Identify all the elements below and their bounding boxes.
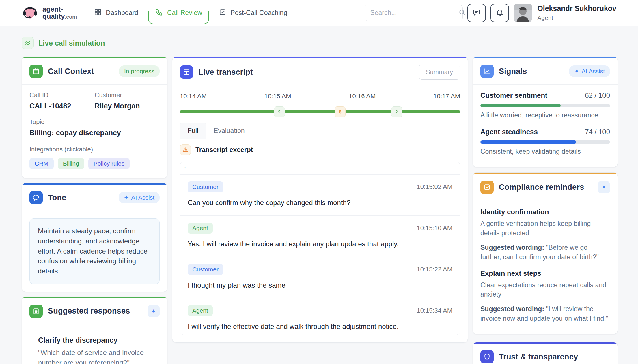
timeline-pin-marker[interactable]: [391, 106, 402, 117]
global-search[interactable]: [365, 5, 463, 21]
nav-call-review-label: Call Review: [167, 9, 202, 17]
warning-triangle-icon: [180, 144, 191, 155]
user-name: Oleksandr Sukhorukov: [537, 4, 616, 13]
message-text: I will verify the effective date and wal…: [188, 322, 452, 331]
metric-score: 74 / 100: [585, 128, 610, 136]
signals-card: Signals ✦ AI Assist Customer sentiment 6…: [473, 57, 618, 167]
primary-nav: Dashboard Call Review Post-Call Coaching: [94, 8, 287, 18]
live-call-banner-label: Live call simulation: [38, 39, 105, 47]
ai-assist-badge[interactable]: ✦ AI Assist: [119, 192, 160, 203]
ai-assist-badge[interactable]: ✦ AI Assist: [569, 65, 610, 77]
sparkle-icon: ✦: [124, 194, 129, 201]
compliance-text: Clear expectations reduce repeat calls a…: [480, 280, 610, 299]
transcript-message[interactable]: Customer 10:15:02 AM Can you confirm why…: [180, 175, 460, 216]
status-badge: In progress: [119, 65, 160, 77]
ai-sparkle-button[interactable]: ✦: [148, 305, 160, 317]
call-id-label: Call ID: [29, 91, 95, 99]
transcript-message-list[interactable]: . Customer 10:15:02 AM Can you confirm w…: [180, 162, 460, 335]
suggestion-quote: "Which date of service and invoice numbe…: [38, 348, 158, 364]
shield-icon: [480, 350, 494, 363]
nav-call-review[interactable]: Call Review: [155, 8, 202, 18]
line-chart-icon: [480, 65, 494, 78]
sentiment-progress-fill: [480, 104, 561, 107]
main-content: Live call simulation Call Context In pro…: [0, 26, 638, 364]
timeline-track[interactable]: [180, 106, 460, 117]
compliance-heading: Identity confirmation: [480, 208, 610, 216]
nav-post-call-coaching-label: Post-Call Coaching: [230, 9, 287, 17]
transcript-message[interactable]: Agent 10:15:10 AM Yes. I will review the…: [180, 216, 460, 257]
tone-title: Tone: [48, 193, 113, 202]
speaker-badge: Agent: [188, 305, 213, 316]
transcript-message[interactable]: Customer 10:15:22 AM I thought my plan w…: [180, 257, 460, 298]
metric-score: 62 / 100: [585, 91, 610, 100]
customer-value: Riley Morgan: [95, 102, 160, 110]
suggested-responses-card: Suggested responses ✦ Clarify the discre…: [22, 297, 167, 364]
messages-button[interactable]: [467, 4, 486, 22]
timeline-tick: 10:15 AM: [264, 93, 291, 100]
ai-sparkle-button[interactable]: ✦: [598, 181, 610, 193]
speaker-badge: Agent: [188, 223, 213, 234]
grid-icon: [94, 8, 102, 18]
compliance-reminders-card: Compliance reminders ✦ Identity confirma…: [473, 172, 618, 334]
live-transcript-title: Live transcript: [198, 68, 413, 77]
bell-icon: [495, 8, 504, 18]
integration-chip-billing[interactable]: Billing: [58, 158, 84, 169]
transcript-message[interactable]: Agent 10:15:34 AM I will verify the effe…: [180, 298, 460, 335]
speech-bubble-icon: [29, 191, 43, 204]
steadiness-progress-track: [480, 140, 610, 144]
speaker-badge: Customer: [188, 264, 223, 275]
steadiness-progress-fill: [480, 140, 576, 144]
compliance-title: Compliance reminders: [499, 183, 593, 192]
summary-button[interactable]: Summary: [419, 65, 460, 80]
app-logo[interactable]: agent- quality.com: [22, 5, 77, 21]
message-text: Yes. I will review the invoice and expla…: [188, 240, 452, 248]
metric-caption: A little worried, receptive to reassuran…: [480, 111, 610, 119]
calendar-icon: [29, 65, 43, 78]
signals-title: Signals: [499, 67, 564, 76]
message-timestamp: 10:15:10 AM: [417, 224, 452, 232]
call-id-value: CALL-10482: [29, 102, 95, 110]
nav-dashboard[interactable]: Dashboard: [94, 8, 138, 18]
integration-chip-policy-rules[interactable]: Policy rules: [88, 158, 130, 169]
nav-post-call-coaching[interactable]: Post-Call Coaching: [219, 8, 287, 18]
timeline-pin-marker[interactable]: [274, 106, 285, 117]
activity-wave-icon: [22, 37, 34, 49]
speaker-badge: Customer: [188, 181, 223, 192]
user-info: Oleksandr Sukhorukov Agent: [537, 4, 616, 21]
checkbox-icon: [480, 181, 494, 194]
integrations-label: Integrations (clickable): [29, 146, 160, 153]
message-timestamp: 10:15:02 AM: [417, 183, 452, 191]
search-input[interactable]: [370, 9, 456, 17]
tab-evaluation[interactable]: Evaluation: [206, 123, 252, 139]
compliance-suggested-wording: Suggested wording: "I will review the in…: [480, 304, 610, 323]
tab-full[interactable]: Full: [180, 123, 206, 139]
checkbox-check-icon: [219, 8, 226, 18]
phone-icon: [155, 8, 163, 18]
compliance-suggested-wording: Suggested wording: "Before we go further…: [480, 243, 610, 262]
trust-transparency-card: Trust & transparency Data used: transcri…: [473, 342, 618, 364]
transcript-excerpt-header: Transcript excerpt: [172, 139, 468, 159]
timeline-pin-marker[interactable]: [335, 106, 346, 117]
document-icon: [29, 305, 43, 318]
chat-bubble-icon: [472, 8, 481, 18]
top-navbar: agent- quality.com Dashboard Call Review: [0, 0, 638, 26]
suggested-response-item[interactable]: Clarify the discrepancy "Which date of s…: [29, 327, 160, 364]
suggestion-title: Clarify the discrepancy: [38, 336, 158, 344]
compliance-section: Explain next steps Clear expectations re…: [480, 269, 610, 323]
metric-customer-sentiment: Customer sentiment 62 / 100 A little wor…: [480, 91, 610, 119]
live-call-banner: Live call simulation: [22, 37, 616, 49]
layout-table-icon: [180, 65, 193, 79]
call-context-title: Call Context: [48, 67, 114, 76]
compliance-text: A gentle verification helps keep billing…: [480, 219, 610, 238]
compliance-heading: Explain next steps: [480, 269, 610, 277]
user-avatar[interactable]: [514, 4, 532, 22]
timeline-tick: 10:14 AM: [180, 93, 207, 100]
sparkle-icon: ✦: [574, 68, 579, 75]
message-text: Can you confirm why the copay changed th…: [188, 199, 452, 207]
notifications-button[interactable]: [490, 4, 509, 22]
nav-dashboard-label: Dashboard: [106, 9, 138, 17]
integration-chip-crm[interactable]: CRM: [29, 158, 54, 169]
metric-agent-steadiness: Agent steadiness 74 / 100 Consistent, ke…: [480, 128, 610, 155]
tone-guidance-text: Maintain a steady pace, confirm understa…: [29, 218, 160, 284]
compliance-section: Identity confirmation A gentle verificat…: [480, 208, 610, 262]
